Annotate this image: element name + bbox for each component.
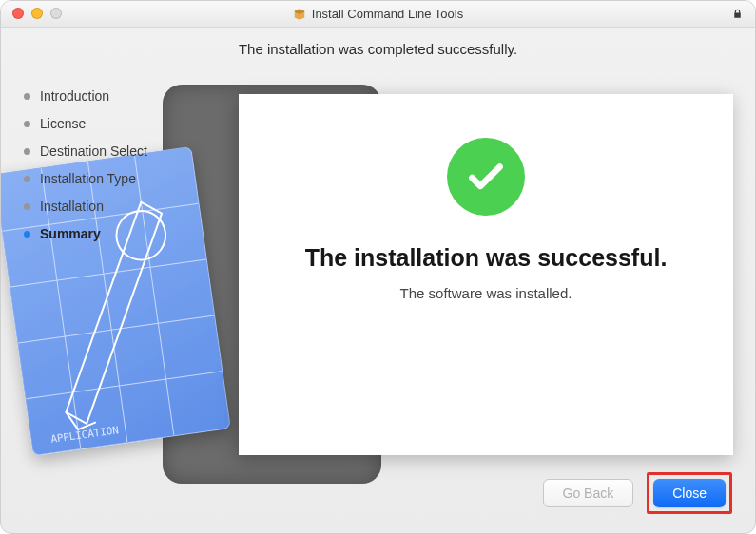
success-check-icon bbox=[447, 138, 525, 216]
traffic-lights bbox=[12, 8, 62, 19]
bullet-icon bbox=[24, 231, 30, 238]
content: The installation was completed successfu… bbox=[1, 28, 755, 533]
sidebar-item-license: License bbox=[24, 116, 224, 131]
sidebar-item-label: Installation Type bbox=[40, 171, 136, 186]
sidebar-item-introduction: Introduction bbox=[24, 88, 224, 104]
steps-sidebar: Introduction License Destination Select … bbox=[1, 28, 224, 533]
lock-icon bbox=[731, 7, 744, 22]
sidebar-item-installation: Installation bbox=[24, 199, 224, 214]
bullet-icon bbox=[24, 93, 30, 100]
bullet-icon bbox=[24, 148, 30, 155]
bullet-icon bbox=[24, 121, 30, 127]
sidebar-item-installation-type: Installation Type bbox=[24, 171, 224, 186]
sidebar-item-label: License bbox=[40, 116, 86, 131]
panel-subtitle: The software was installed. bbox=[400, 285, 572, 301]
footer: Go Back Close bbox=[543, 472, 733, 514]
window-close-button[interactable] bbox=[12, 8, 24, 19]
titlebar: Install Command Line Tools bbox=[1, 1, 755, 28]
window-zoom-button bbox=[50, 8, 62, 19]
window-minimize-button[interactable] bbox=[31, 8, 43, 19]
summary-panel: The installation was successful. The sof… bbox=[239, 94, 733, 455]
bullet-icon bbox=[24, 176, 30, 182]
sidebar-item-label: Destination Select bbox=[40, 143, 147, 159]
panel-title: The installation was successful. bbox=[305, 244, 668, 272]
sidebar-item-destination-select: Destination Select bbox=[24, 143, 224, 159]
go-back-button: Go Back bbox=[543, 479, 634, 507]
sidebar-item-label: Summary bbox=[40, 226, 101, 241]
sidebar-item-summary: Summary bbox=[24, 226, 224, 241]
sidebar-item-label: Introduction bbox=[40, 88, 109, 104]
window-title: Install Command Line Tools bbox=[312, 7, 463, 21]
installer-window: Install Command Line Tools The installat… bbox=[0, 0, 756, 534]
sidebar-item-label: Installation bbox=[40, 199, 104, 214]
close-button[interactable]: Close bbox=[653, 479, 726, 507]
bullet-icon bbox=[24, 203, 30, 210]
package-icon bbox=[293, 8, 306, 21]
annotation-highlight: Close bbox=[647, 472, 732, 514]
